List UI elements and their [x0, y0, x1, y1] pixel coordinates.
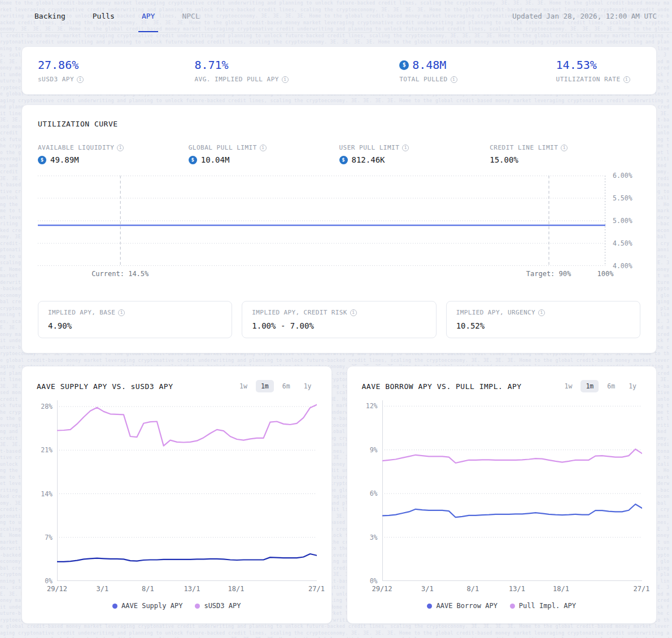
updated-timestamp: Updated Jan 28, 2026, 12:00 AM UTC: [512, 12, 657, 20]
borrow-chart-legend: AAVE Borrow APY Pull Impl. APY: [362, 602, 642, 610]
info-icon[interactable]: [402, 145, 409, 151]
range-6m-button[interactable]: 6m: [277, 380, 295, 392]
x-tick-label: 27/1: [308, 585, 325, 593]
stat-susd3-apy: 27.86% sUSD3 APY: [38, 58, 194, 83]
legend-dot: [427, 604, 432, 609]
legend-dot: [510, 604, 515, 609]
substat-global-pull-limit: GLOBAL PULL LIMIT 10.04M: [189, 144, 339, 164]
x-tick-label: 18/1: [228, 585, 245, 593]
substat-available-liquidity: AVAILABLE LIQUIDITY 49.89M: [38, 144, 189, 164]
x-tick-label: 29/12: [47, 585, 67, 593]
utilization-chart-plot[interactable]: [38, 176, 605, 266]
stat-label: UTILIZATION RATE: [556, 76, 640, 83]
substat-label: CREDIT LINE LIMIT: [490, 144, 640, 151]
legend-dot: [112, 604, 117, 609]
implied-apy-urgency-card: IMPLIED APY, URGENCY 10.52%: [446, 301, 640, 338]
borrow-chart-y-axis-labels: 0%3%6%9%12%: [362, 400, 382, 581]
time-range-selector: 1w 1m 6m 1y: [234, 380, 316, 392]
stat-utilization-rate: 14.53% UTILIZATION RATE: [556, 58, 640, 83]
info-icon[interactable]: [117, 145, 124, 151]
x-tick-label: Current: 14.5%: [91, 270, 149, 278]
tab-backing[interactable]: Backing: [31, 0, 69, 32]
stat-value: 8.48M: [399, 58, 556, 72]
implied-card-label: IMPLIED APY, BASE: [48, 309, 222, 316]
substat-value: 49.89M: [38, 155, 189, 164]
legend-aave-borrow-apy[interactable]: AAVE Borrow APY: [427, 602, 497, 610]
info-icon[interactable]: [350, 309, 357, 316]
implied-card-value: 4.90%: [48, 321, 222, 330]
y-tick-label: 7%: [45, 534, 53, 541]
info-icon[interactable]: [451, 76, 457, 83]
range-1y-button[interactable]: 1y: [299, 380, 317, 392]
usdc-coin-icon: [339, 156, 348, 164]
x-tick-label: 13/1: [184, 585, 200, 593]
borrow-apy-chart-card: AAVE BORROW APY VS. PULL IMPL. APY 1w 1m…: [347, 366, 657, 624]
stat-label: sUSD3 APY: [38, 76, 194, 83]
legend-dot: [195, 604, 200, 609]
stat-value: 14.53%: [556, 58, 640, 72]
tab-npcl[interactable]: NPCL: [178, 0, 203, 32]
time-range-selector: 1w 1m 6m 1y: [560, 380, 642, 392]
range-1y-button[interactable]: 1y: [623, 380, 642, 392]
tab-apy[interactable]: APY: [138, 0, 158, 32]
x-tick-label: Target: 90%: [526, 270, 571, 278]
implied-card-value: 10.52%: [456, 321, 630, 330]
supply-chart-plot[interactable]: [57, 400, 317, 581]
supply-apy-chart-card: AAVE SUPPLY APY VS. sUSD3 APY 1w 1m 6m 1…: [21, 366, 332, 624]
chart-title: AAVE SUPPLY APY VS. sUSD3 APY: [37, 382, 173, 391]
substat-value: 10.04M: [189, 155, 339, 164]
implied-apy-cards: IMPLIED APY, BASE 4.90% IMPLIED APY, CRE…: [38, 301, 640, 338]
info-icon[interactable]: [260, 145, 267, 151]
substat-label: USER PULL LIMIT: [339, 144, 490, 151]
x-tick-label: 27/1: [634, 585, 650, 593]
range-6m-button[interactable]: 6m: [602, 380, 620, 392]
range-1w-button[interactable]: 1w: [234, 380, 252, 392]
info-icon[interactable]: [623, 76, 630, 83]
legend-susd3-apy[interactable]: sUSD3 APY: [195, 602, 241, 610]
y-tick-label: 5.00%: [613, 217, 632, 225]
supply-chart-x-axis-labels: 29/123/18/113/118/127/1: [57, 581, 317, 593]
y-tick-label: 0%: [45, 577, 53, 585]
usdc-coin-icon: [399, 60, 409, 70]
range-1m-button[interactable]: 1m: [581, 380, 599, 392]
legend-aave-supply-apy[interactable]: AAVE Supply APY: [112, 602, 182, 610]
y-tick-label: 21%: [41, 446, 53, 454]
supply-chart-legend: AAVE Supply APY sUSD3 APY: [37, 602, 317, 610]
y-tick-label: 4.00%: [613, 262, 632, 270]
info-icon[interactable]: [538, 309, 545, 316]
x-tick-label: 29/12: [372, 585, 392, 593]
x-tick-label: 8/1: [466, 585, 479, 593]
x-tick-label: 3/1: [97, 585, 109, 593]
chart-title: AAVE BORROW APY VS. PULL IMPL. APY: [362, 382, 522, 391]
substat-user-pull-limit: USER PULL LIMIT 812.46K: [339, 144, 490, 164]
y-tick-label: 9%: [370, 446, 378, 454]
info-icon[interactable]: [77, 76, 84, 83]
info-icon[interactable]: [282, 76, 289, 83]
y-tick-label: 12%: [366, 402, 378, 410]
stat-label: TOTAL PULLED: [399, 76, 556, 83]
substat-credit-line-limit: CREDIT LINE LIMIT 15.00%: [490, 144, 640, 164]
info-icon[interactable]: [118, 309, 125, 316]
usdc-coin-icon: [38, 156, 46, 164]
substat-value: 812.46K: [339, 155, 490, 164]
x-tick-label: 13/1: [509, 585, 525, 593]
x-tick-label: 3/1: [421, 585, 434, 593]
substat-label: GLOBAL PULL LIMIT: [189, 144, 339, 151]
info-icon[interactable]: [561, 145, 568, 151]
y-tick-label: 14%: [41, 490, 53, 498]
panel-title: UTILIZATION CURVE: [38, 120, 640, 128]
legend-pull-impl-apy[interactable]: Pull Impl. APY: [510, 602, 576, 610]
stats-summary-card: 27.86% sUSD3 APY 8.71% AVG. IMPLIED PULL…: [21, 46, 657, 95]
stat-label: AVG. IMPLIED PULL APY: [194, 76, 399, 83]
supply-chart-y-axis-labels: 0%7%14%21%28%: [37, 400, 57, 581]
range-1m-button[interactable]: 1m: [256, 380, 274, 392]
utilization-y-axis-labels: 6.00%5.50%5.00%4.50%4.00%: [605, 176, 640, 266]
range-1w-button[interactable]: 1w: [560, 380, 578, 392]
y-tick-label: 4.50%: [613, 239, 632, 247]
comparison-charts-row: AAVE SUPPLY APY VS. sUSD3 APY 1w 1m 6m 1…: [21, 366, 657, 624]
tab-pulls[interactable]: Pulls: [89, 0, 118, 32]
x-tick-label: 100%: [597, 270, 614, 278]
stat-total-pulled: 8.48M TOTAL PULLED: [399, 58, 556, 83]
borrow-chart-plot[interactable]: [382, 400, 642, 581]
stat-value: 27.86%: [38, 58, 194, 72]
